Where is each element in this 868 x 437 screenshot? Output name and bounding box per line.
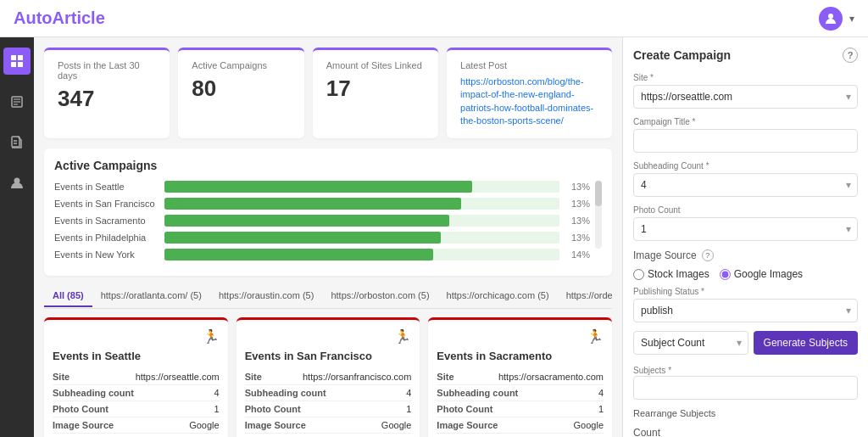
- latest-post-link[interactable]: https://orboston.com/blog/the-impact-of-…: [460, 76, 598, 128]
- card-field-value: 1: [598, 404, 604, 414]
- campaign-bar-pct: 13%: [565, 199, 590, 209]
- panel-title: Create Campaign ?: [633, 48, 858, 63]
- card-field-label: Subheading count: [53, 388, 134, 398]
- tab[interactable]: https://ordenver.com (5): [558, 285, 612, 307]
- navbar-dropdown-arrow[interactable]: ▾: [849, 13, 854, 25]
- image-source-row: Image Source ?: [633, 249, 858, 261]
- card-field-row: Site https://orsanfrancisco.com: [245, 369, 412, 385]
- campaign-bar-fill: [164, 198, 461, 210]
- card-field-row: Photo Count 1: [245, 401, 412, 417]
- photo-count-wrapper: 1: [633, 217, 858, 241]
- sidebar-item-doc[interactable]: [3, 88, 31, 115]
- latest-post-card: Latest Post https://orboston.com/blog/th…: [447, 48, 612, 138]
- campaigns-bars: Events in Seattle 13% Events in San Fran…: [54, 181, 590, 266]
- svg-rect-3: [11, 62, 16, 67]
- subjects-input[interactable]: [633, 376, 858, 400]
- avatar-icon[interactable]: [819, 7, 843, 31]
- card-field-label: Photo Count: [53, 404, 108, 414]
- main-content: Posts in the Last 30 days 347 Active Cam…: [34, 37, 622, 437]
- campaign-title-label: Campaign Title *: [633, 117, 858, 126]
- subheading-count-label: Subheading Count *: [633, 161, 858, 171]
- campaign-bar-row: Events in New York 14%: [54, 249, 590, 261]
- sidebar-item-file[interactable]: [3, 129, 31, 156]
- campaign-bar-track: [164, 232, 559, 244]
- campaigns-label: Active Campaigns: [192, 60, 290, 70]
- card-field-label: Photo Count: [437, 404, 492, 414]
- campaigns-card: Active Campaigns 80: [178, 48, 303, 138]
- card-field-value: 4: [598, 388, 604, 398]
- tab[interactable]: https://oratlanta.com/ (5): [92, 285, 210, 307]
- publishing-status-select[interactable]: publish: [633, 299, 858, 322]
- card-field-value: https://orsanfrancisco.com: [303, 372, 411, 382]
- site-select-wrapper: https://orseattle.com: [633, 85, 858, 109]
- campaign-bar-fill: [164, 215, 449, 227]
- campaign-title-input[interactable]: [633, 129, 858, 153]
- stock-images-radio-label[interactable]: Stock Images: [633, 268, 709, 280]
- card-title: Events in Sacramento: [437, 350, 604, 362]
- google-images-radio-label[interactable]: Google Images: [720, 268, 803, 280]
- subheading-count-select[interactable]: 4: [633, 173, 858, 197]
- help-icon[interactable]: ?: [843, 48, 858, 63]
- sidebar-item-user[interactable]: [3, 170, 31, 197]
- card-field-row: Site https://orseattle.com: [53, 369, 220, 385]
- svg-point-0: [828, 14, 833, 19]
- card-icon-row: 🏃: [53, 328, 220, 345]
- cards-row: 🏃 Events in Seattle Site https://orseatt…: [44, 317, 612, 437]
- campaign-bar-row: Events in San Francisco 13%: [54, 198, 590, 210]
- panel-title-text: Create Campaign: [633, 48, 731, 62]
- campaign-bar-track: [164, 181, 559, 193]
- card-title: Events in Seattle: [53, 350, 220, 362]
- card-field-value: 4: [406, 388, 411, 398]
- card-field-label: Image Source: [437, 420, 498, 430]
- tab[interactable]: https://oraustin.com (5): [210, 285, 323, 307]
- card-field-label: Site: [437, 372, 453, 382]
- card-field-label: Subheading count: [437, 388, 518, 398]
- tab[interactable]: https://orboston.com (5): [322, 285, 437, 307]
- logo-article: Article: [53, 8, 105, 27]
- run-icon[interactable]: 🏃: [203, 328, 220, 345]
- svg-rect-2: [18, 55, 23, 60]
- campaigns-scrollbar[interactable]: [595, 181, 602, 249]
- generate-subjects-button[interactable]: Generate Subjects: [754, 331, 858, 355]
- campaign-bar-pct: 13%: [565, 233, 590, 243]
- tab[interactable]: https://orchicago.com (5): [438, 285, 558, 307]
- logo: AutoArticle: [14, 8, 105, 28]
- card-field-value: 1: [406, 404, 411, 414]
- campaigns-scrollbar-thumb[interactable]: [595, 181, 602, 206]
- site-select[interactable]: https://orseattle.com: [633, 85, 858, 109]
- svg-rect-4: [18, 62, 23, 67]
- count-label: Count: [633, 427, 858, 437]
- stock-images-radio[interactable]: [633, 269, 644, 280]
- card-field-value: https://orsacramento.com: [498, 372, 604, 382]
- campaign-bar-row: Events in Seattle 13%: [54, 181, 590, 193]
- card-field-value: Google: [189, 420, 219, 430]
- card-field-row: Subheading count 4: [53, 385, 220, 401]
- tab[interactable]: All (85): [44, 285, 92, 307]
- card-field-row: Image Source Google: [53, 417, 220, 434]
- navbar: AutoArticle ▾: [0, 0, 868, 37]
- svg-rect-9: [12, 137, 19, 147]
- right-panel: Create Campaign ? Site * https://orseatt…: [622, 37, 868, 437]
- google-images-radio[interactable]: [720, 269, 731, 280]
- article-card: 🏃 Events in Sacramento Site https://orsa…: [428, 317, 612, 437]
- campaign-bar-label: Events in New York: [54, 249, 164, 260]
- campaign-bar-row: Events in Sacramento 13%: [54, 215, 590, 227]
- subject-count-select[interactable]: Subject Count: [633, 331, 748, 355]
- navbar-right: ▾: [819, 7, 854, 31]
- active-campaigns-section: Active Campaigns Events in Seattle 13% E…: [44, 148, 612, 276]
- run-icon[interactable]: 🏃: [394, 328, 411, 345]
- run-icon[interactable]: 🏃: [587, 328, 604, 345]
- card-field-value: https://orseattle.com: [136, 372, 220, 382]
- photo-count-select[interactable]: 1: [633, 217, 858, 241]
- sites-value: 17: [326, 76, 425, 102]
- rearrange-label: Rearrange Subjects: [633, 408, 858, 418]
- article-card: 🏃 Events in San Francisco Site https://o…: [236, 317, 420, 437]
- subjects-label: Subjects *: [633, 366, 671, 375]
- svg-rect-1: [11, 55, 16, 60]
- sidebar-item-grid[interactable]: [3, 48, 31, 75]
- campaign-bar-fill: [164, 249, 433, 261]
- image-source-help-icon[interactable]: ?: [702, 249, 714, 261]
- posts-value: 347: [58, 86, 156, 112]
- stock-images-label: Stock Images: [648, 268, 709, 280]
- publishing-status-label: Publishing Status *: [633, 287, 858, 296]
